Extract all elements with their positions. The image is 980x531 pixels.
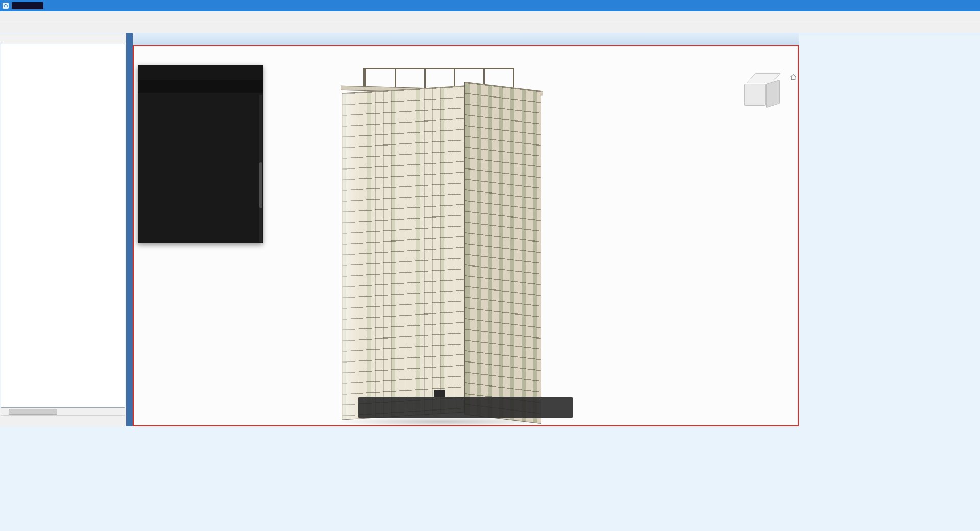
building-right-facade <box>464 82 541 424</box>
app-logo-icon <box>2 2 9 9</box>
catalog-list <box>138 93 263 243</box>
scrollbar-track[interactable] <box>9 408 117 415</box>
home-view-icon[interactable] <box>789 73 797 82</box>
cube-front-face[interactable] <box>744 84 766 106</box>
app-window <box>0 0 980 531</box>
content-area <box>0 33 980 531</box>
view-cube[interactable] <box>742 71 785 114</box>
close-button[interactable] <box>957 0 980 11</box>
toolbar-flyout-notch <box>434 390 445 397</box>
model-viewer[interactable] <box>133 45 799 426</box>
catalog-tabs <box>138 80 263 93</box>
building-shadow <box>336 417 547 426</box>
maximize-button[interactable] <box>934 0 957 11</box>
main-tab-bar <box>0 21 980 33</box>
panel-splitter[interactable] <box>126 33 133 426</box>
document-tab-bar <box>133 33 799 45</box>
menubar <box>0 11 980 21</box>
scrollbar-thumb[interactable] <box>9 409 57 415</box>
cube-right-face[interactable] <box>766 80 780 108</box>
building-model <box>334 66 553 426</box>
building-left-facade <box>342 85 464 420</box>
titlebar <box>0 0 980 11</box>
drawing-tree <box>1 44 125 408</box>
model-review-area <box>133 33 799 426</box>
redacted-logo <box>12 2 43 9</box>
catalog-panel <box>138 65 263 243</box>
catalog-scrollbar[interactable] <box>259 95 262 242</box>
catalog-header <box>138 65 263 80</box>
catalog-scrollbar-thumb[interactable] <box>259 162 262 208</box>
viewer-bottom-toolbar <box>358 397 573 418</box>
left-panel-footer <box>0 416 126 426</box>
drawing-info-panel <box>0 33 126 426</box>
window-controls <box>911 0 980 11</box>
horizontal-scrollbar[interactable] <box>1 408 125 416</box>
minimize-button[interactable] <box>911 0 934 11</box>
left-panel-tabs <box>0 33 126 44</box>
